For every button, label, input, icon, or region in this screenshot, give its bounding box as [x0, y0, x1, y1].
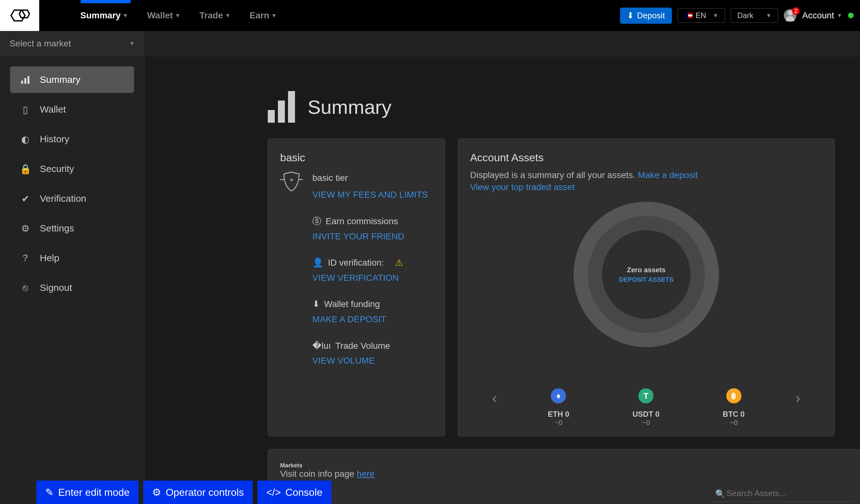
coin-approx: ~0 — [730, 419, 737, 427]
coin-usdt[interactable]: TUSDT 0~0 — [633, 388, 660, 427]
markets-heading: Markets — [280, 462, 853, 469]
gear-icon: ⚙ — [152, 486, 161, 498]
topmenu-wallet[interactable]: Wallet▼ — [147, 11, 180, 20]
svg-marker-0 — [11, 10, 25, 21]
chevron-down-icon: ▼ — [836, 12, 842, 19]
view-volume-link[interactable]: VIEW VOLUME — [312, 353, 428, 368]
sidebar-item-help[interactable]: ？Help — [10, 245, 134, 271]
notification-badge: 2 — [792, 7, 800, 15]
deposit-button[interactable]: ⬇ Deposit — [620, 8, 672, 24]
operator-controls-button[interactable]: ⚙Operator controls — [143, 480, 253, 504]
coin-icon: ♦ — [551, 388, 566, 403]
warning-icon: ⚠ — [395, 255, 403, 270]
basic-tier-card: basic ★ basic tier VIEW MY FEES AND LIMI… — [268, 139, 445, 436]
chevron-down-icon: ▼ — [129, 40, 135, 47]
sidebar-item-wallet[interactable]: ▯Wallet — [10, 96, 134, 123]
view-top-traded-link[interactable]: View your top traded asset — [470, 182, 822, 192]
assets-donut-chart: Zero assets DEPOSIT ASSETS — [574, 202, 719, 347]
signout-icon: ⎋ — [19, 282, 31, 293]
download-icon: ⬇ — [312, 297, 320, 312]
assets-description: Displayed is a summary of all your asset… — [470, 170, 822, 180]
active-tab-indicator — [81, 0, 131, 3]
bars-large-icon — [268, 91, 295, 123]
page-header: Summary — [268, 91, 835, 123]
bars-icon: �luı — [312, 338, 331, 354]
topmenu-summary[interactable]: Summary▼ — [80, 11, 128, 20]
download-icon: ⬇ — [627, 11, 634, 20]
zero-assets-label: Zero assets — [627, 266, 665, 274]
deposit-assets-link[interactable]: DEPOSIT ASSETS — [619, 276, 674, 283]
topmenu-trade[interactable]: Trade▼ — [200, 11, 231, 20]
account-menu[interactable]: Account▼ — [802, 11, 842, 20]
coin-approx: ~0 — [642, 419, 650, 427]
logo[interactable] — [0, 0, 39, 31]
console-button[interactable]: </>Console — [257, 480, 331, 504]
search-assets-input[interactable] — [714, 485, 853, 502]
make-deposit-link-inline[interactable]: Make a deposit — [638, 170, 698, 180]
invite-friend-link[interactable]: INVITE YOUR FRIEND — [312, 229, 428, 244]
basic-heading: basic — [280, 152, 433, 164]
chevron-down-icon: ▼ — [766, 12, 772, 19]
sidebar: Summary ▯Wallet ◐History 🔒Security ✔Veri… — [0, 56, 144, 504]
chevron-down-icon: ▼ — [271, 12, 277, 19]
avatar[interactable]: 2 — [784, 9, 797, 22]
svg-text:★: ★ — [289, 177, 294, 183]
markets-card: Markets Visit coin info page here 🔍 — [268, 449, 860, 504]
assets-heading: Account Assets — [470, 152, 822, 164]
tier-name: basic tier — [312, 170, 428, 186]
trade-volume-label: Trade Volume — [335, 338, 390, 354]
sidebar-item-security[interactable]: 🔒Security — [10, 156, 134, 182]
carousel-prev[interactable]: ‹ — [489, 390, 500, 406]
coin-amount: BTC 0 — [723, 410, 745, 419]
view-fees-link[interactable]: VIEW MY FEES AND LIMITS — [312, 187, 428, 202]
earn-label: Earn commissions — [326, 214, 398, 229]
sidebar-item-settings[interactable]: ⚙Settings — [10, 215, 134, 242]
coin-amount: ETH 0 — [548, 410, 569, 419]
idv-label: ID verification: — [328, 255, 384, 270]
coin-eth[interactable]: ♦ETH 0~0 — [548, 388, 569, 427]
coin-icon: ฿ — [726, 388, 742, 403]
coin-btc[interactable]: ฿BTC 0~0 — [723, 388, 745, 427]
view-verification-link[interactable]: VIEW VERIFICATION — [312, 270, 428, 286]
gear-icon: ⚙ — [19, 222, 31, 234]
top-menu: Summary▼ Wallet▼ Trade▼ Earn▼ — [80, 11, 277, 20]
code-icon: </> — [266, 487, 281, 498]
status-indicator — [848, 13, 854, 18]
markets-description: Visit coin info page here — [280, 469, 853, 479]
coin-amount: USDT 0 — [633, 410, 660, 419]
theme-selector[interactable]: Dark ▼ — [731, 8, 778, 23]
coin-icon: T — [639, 388, 654, 403]
top-navbar: Summary▼ Wallet▼ Trade▼ Earn▼ ⬇ Deposit … — [0, 0, 860, 31]
coins-carousel: ‹ ♦ETH 0~0TUSDT 0~0฿BTC 0~0 › — [470, 369, 822, 427]
person-icon: 👤 — [312, 255, 324, 270]
page-title: Summary — [307, 96, 391, 118]
coin-approx: ~0 — [555, 419, 562, 427]
search-assets-field: 🔍 — [714, 485, 853, 502]
content-area: Summary basic ★ basic tier VIEW MY FEES … — [144, 56, 860, 504]
coin-info-here-link[interactable]: here — [357, 469, 374, 479]
language-selector[interactable]: EN ▼ — [677, 8, 725, 23]
sidebar-item-history[interactable]: ◐History — [10, 126, 134, 153]
wallet-icon: ▯ — [19, 104, 31, 115]
help-icon: ？ — [19, 252, 31, 264]
make-deposit-link[interactable]: MAKE A DEPOSIT — [312, 312, 428, 327]
enter-edit-mode-button[interactable]: ✎Enter edit mode — [37, 480, 139, 504]
market-select[interactable]: Select a market ▼ — [0, 31, 144, 56]
bars-icon — [19, 74, 31, 85]
dollar-icon: ⓢ — [312, 214, 321, 229]
logo-icon — [9, 8, 31, 24]
carousel-next[interactable]: › — [792, 390, 803, 406]
flag-icon — [684, 13, 692, 18]
sidebar-item-verification[interactable]: ✔Verification — [10, 185, 134, 212]
topmenu-earn[interactable]: Earn▼ — [249, 11, 277, 20]
clock-icon: ◐ — [19, 133, 31, 145]
svg-rect-4 — [28, 76, 29, 84]
search-icon: 🔍 — [715, 489, 725, 499]
chevron-down-icon: ▼ — [713, 12, 718, 19]
chevron-down-icon: ▼ — [123, 12, 128, 19]
market-bar: Select a market ▼ — [0, 31, 860, 56]
sidebar-item-signout[interactable]: ⎋Signout — [10, 274, 134, 301]
svg-rect-2 — [21, 81, 23, 84]
sidebar-item-summary[interactable]: Summary — [10, 67, 134, 93]
chevron-down-icon: ▼ — [175, 12, 181, 19]
